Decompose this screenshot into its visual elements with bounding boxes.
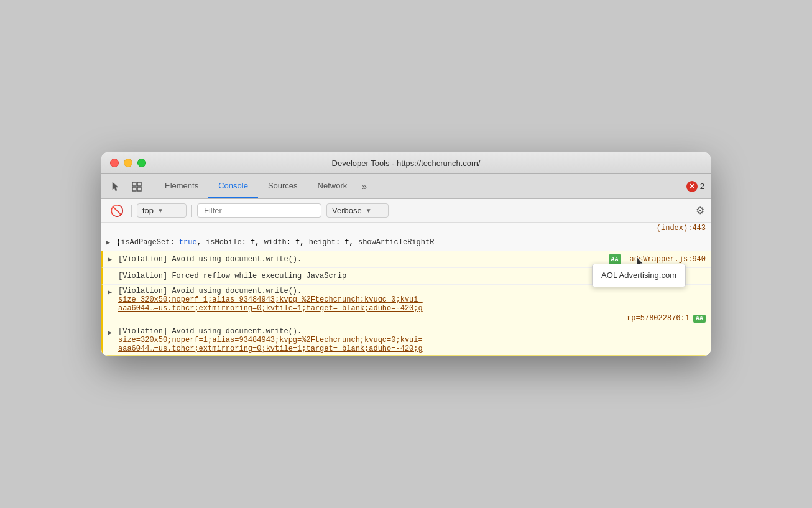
window-title: Developer Tools - https://techcrunch.com… <box>332 159 481 168</box>
console-toolbar: 🚫 top ▼ Verbose ▼ ⚙ <box>101 199 711 223</box>
traffic-lights <box>110 159 146 167</box>
console-row-content: {isAdPageSet: true, isMobile: f, width: … <box>116 237 706 248</box>
console-row-object: ▶ {isAdPageSet: true, isMobile: f, width… <box>101 234 711 251</box>
tab-elements[interactable]: Elements <box>155 174 208 198</box>
console-area: (index):443 ▶ {isAdPageSet: true, isMobi… <box>101 223 711 356</box>
filter-input[interactable] <box>197 203 321 218</box>
maximize-button[interactable] <box>137 159 146 167</box>
context-selector[interactable]: top ▼ <box>137 203 187 218</box>
svg-rect-2 <box>132 187 136 191</box>
violation3-link1[interactable]: size=320x50;noperf=1;alias=93484943;kvpg… <box>118 336 706 344</box>
tab-bar-right: ✕ 2 <box>686 181 704 192</box>
separator <box>131 205 132 217</box>
expand-arrow-4[interactable]: ▶ <box>108 329 112 336</box>
console-row-violation2: ▶ [Violation] Avoid using document.write… <box>101 285 711 325</box>
index-reference[interactable]: (index):443 <box>657 224 706 233</box>
more-tabs-button[interactable]: » <box>357 174 372 198</box>
aa-tooltip: AOL Advertising.com <box>592 264 686 287</box>
verbose-selector[interactable]: Verbose ▼ <box>326 203 389 218</box>
console-index-row: (index):443 <box>101 223 711 234</box>
error-count: 2 <box>700 182 704 191</box>
inspect-icon[interactable] <box>129 178 145 195</box>
expand-arrow[interactable]: ▶ <box>106 238 110 247</box>
close-button[interactable] <box>110 159 119 167</box>
violation2-source-ref[interactable]: rp=578022876:1 <box>627 314 690 323</box>
cursor-icon[interactable] <box>108 178 124 195</box>
expand-arrow-2[interactable]: ▶ <box>108 255 112 264</box>
tabs: Elements Console Sources Network » <box>155 174 686 198</box>
context-arrow: ▼ <box>157 207 164 214</box>
clear-console-button[interactable]: 🚫 <box>108 203 126 219</box>
reflow-text: [Violation] Forced reflow while executin… <box>118 272 346 280</box>
error-badge: ✕ 2 <box>686 181 704 192</box>
violation1-text: [Violation] Avoid using document.write()… <box>118 255 302 264</box>
violation2-text: [Violation] Avoid using document.write()… <box>118 287 302 295</box>
console-row-violation1: ▶ [Violation] Avoid using document.write… <box>101 251 711 268</box>
console-row-violation3: ▶ [Violation] Avoid using document.write… <box>101 325 711 356</box>
violation2-link2[interactable]: aaa6044…=us.tchcr;extmirroring=0;kvtile=… <box>118 304 706 313</box>
violation3-link2[interactable]: aaa6044…=us.tchcr;extmirroring=0;kvtile=… <box>118 344 706 353</box>
violation2-link1[interactable]: size=320x50;noperf=1;alias=93484943;kvpg… <box>118 295 706 304</box>
svg-rect-3 <box>137 187 141 191</box>
separator2 <box>191 205 192 217</box>
tab-console[interactable]: Console <box>208 174 258 198</box>
verbose-arrow: ▼ <box>366 207 372 214</box>
tab-sources[interactable]: Sources <box>258 174 308 198</box>
tab-bar-icons <box>108 178 145 195</box>
devtools-window: Developer Tools - https://techcrunch.com… <box>101 152 711 356</box>
expand-arrow-3[interactable]: ▶ <box>108 289 112 296</box>
title-bar: Developer Tools - https://techcrunch.com… <box>101 152 711 174</box>
console-object-text: {isAdPageSet: true, isMobile: f, width: … <box>116 238 434 247</box>
violation3-text: [Violation] Avoid using document.write()… <box>118 327 302 336</box>
aa-badge-1[interactable]: AA <box>609 254 621 265</box>
tab-bar: Elements Console Sources Network » ✕ 2 <box>101 174 711 199</box>
aa-badge-2[interactable]: AA <box>693 315 706 323</box>
minimize-button[interactable] <box>124 159 132 167</box>
violation1-content: [Violation] Avoid using document.write()… <box>118 254 609 265</box>
svg-rect-0 <box>132 182 136 186</box>
svg-rect-1 <box>137 182 141 186</box>
error-icon: ✕ <box>686 181 698 192</box>
settings-button[interactable]: ⚙ <box>696 205 704 216</box>
tab-network[interactable]: Network <box>308 174 358 198</box>
